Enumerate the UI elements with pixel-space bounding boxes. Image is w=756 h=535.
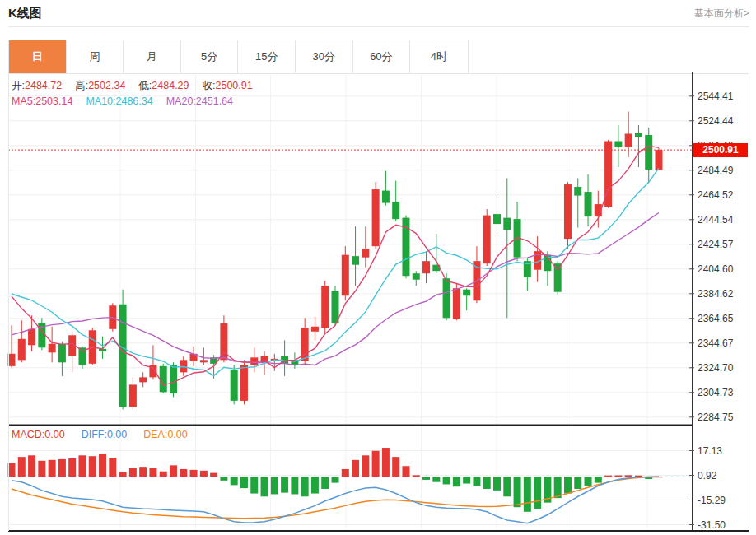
macd-tick-label: -15.29 xyxy=(698,495,726,506)
macd-row-dea: DEA:0.00 xyxy=(143,429,188,440)
candle-body xyxy=(585,192,592,216)
macd-bar xyxy=(68,458,76,477)
ma-row-ma20: MA20:2451.64 xyxy=(166,95,233,107)
macd-bar xyxy=(463,477,470,483)
macd-bar xyxy=(190,470,198,477)
candle-body xyxy=(645,135,652,170)
ma10-line xyxy=(12,168,659,375)
macd-bar xyxy=(413,475,420,477)
macd-bar xyxy=(18,457,26,477)
macd-bar xyxy=(220,477,227,481)
ma-row-ma10: MA10:2486.34 xyxy=(86,95,152,107)
macd-bar xyxy=(402,466,409,477)
price-tick-label: 2344.67 xyxy=(698,337,733,349)
macd-bar xyxy=(514,477,521,507)
macd-bar xyxy=(149,468,156,477)
macd-bar xyxy=(160,472,167,477)
candle-body xyxy=(352,256,359,265)
price-tick-label: 2424.57 xyxy=(698,239,733,250)
candle-body xyxy=(200,360,208,362)
macd-bar xyxy=(493,477,501,491)
macd-bar xyxy=(99,454,106,477)
macd-readout: MACD:0.00DIFF:0.00DEA:0.00 xyxy=(12,429,188,440)
ohlc-readout: 开:2484.72高:2502.34低:2484.29收:2500.91 xyxy=(12,79,253,93)
ohlc-row-open: 开:2484.72 xyxy=(12,79,62,93)
macd-bar xyxy=(291,477,298,494)
macd-bar xyxy=(271,477,278,494)
candle-body xyxy=(493,214,501,224)
macd-bar xyxy=(574,477,581,489)
candle-body xyxy=(483,216,491,264)
price-tick-label: 2384.62 xyxy=(698,288,733,300)
macd-bar xyxy=(382,448,390,477)
candle-body xyxy=(342,255,349,296)
macd-bar xyxy=(595,477,602,482)
candle-body xyxy=(614,141,622,147)
candle-body xyxy=(49,344,56,353)
macd-bar xyxy=(585,477,592,486)
macd-bar xyxy=(483,477,491,489)
ma5-line xyxy=(12,146,659,385)
macd-bar xyxy=(503,477,511,496)
macd-tick-label: 17.13 xyxy=(698,445,722,457)
candle-body xyxy=(413,273,420,280)
price-tick-label: 2444.54 xyxy=(698,214,733,226)
current-price-badge: 2500.91 xyxy=(693,143,748,157)
candle-body xyxy=(332,291,339,323)
candle-body xyxy=(231,370,238,401)
macd-bar xyxy=(281,477,288,492)
candle-body xyxy=(119,305,127,407)
macd-bar xyxy=(170,465,177,477)
macd-bar xyxy=(180,469,187,477)
macd-bar xyxy=(139,467,147,477)
candle-body xyxy=(372,189,380,246)
candle-body xyxy=(160,366,167,393)
macd-row-macd: MACD:0.00 xyxy=(12,429,65,440)
candle-body xyxy=(554,263,562,292)
candle-body xyxy=(28,329,35,346)
macd-bar xyxy=(392,457,399,477)
macd-bar xyxy=(301,477,309,496)
candle-body xyxy=(443,278,450,318)
candle-body xyxy=(392,202,399,219)
macd-bar xyxy=(422,477,430,480)
candle-body xyxy=(321,286,329,328)
price-tick-label: 2484.49 xyxy=(698,165,733,176)
candle-body xyxy=(422,261,430,273)
candle-body xyxy=(170,365,177,393)
candle-body xyxy=(564,184,572,239)
candle-body xyxy=(503,218,511,230)
price-tick-label: 2544.41 xyxy=(698,91,733,102)
macd-bar xyxy=(432,477,440,482)
macd-bar xyxy=(261,477,268,496)
macd-bar xyxy=(49,460,56,477)
candle-body xyxy=(58,344,66,363)
price-tick-label: 2404.60 xyxy=(698,263,733,275)
macd-row-diff: DIFF:0.00 xyxy=(82,429,128,440)
candle-body xyxy=(139,377,147,382)
price-tick-label: 2304.73 xyxy=(698,387,733,398)
ohlc-row-high: 高:2502.34 xyxy=(75,79,125,93)
macd-bar xyxy=(453,477,460,486)
macd-bar xyxy=(231,477,238,485)
ma-row-ma5: MA5:2503.14 xyxy=(12,95,72,107)
price-tick-label: 2284.75 xyxy=(698,412,733,423)
ohlc-row-close: 收:2500.91 xyxy=(203,79,253,93)
macd-bar xyxy=(200,471,208,477)
macd-bar xyxy=(311,477,319,493)
candle-body xyxy=(362,249,369,258)
macd-bar xyxy=(342,469,349,477)
candle-body xyxy=(18,339,26,361)
macd-bar xyxy=(78,455,86,477)
macd-bar xyxy=(38,461,45,477)
price-tick-label: 2324.70 xyxy=(698,362,733,374)
macd-bar xyxy=(332,477,339,482)
macd-tick-label: 0.92 xyxy=(698,470,716,482)
macd-bar xyxy=(604,476,612,477)
macd-bar xyxy=(58,459,66,477)
ma-readout: MA5:2503.14MA10:2486.34MA20:2451.64 xyxy=(12,95,233,107)
ohlc-row-low: 低:2484.29 xyxy=(138,79,189,93)
candle-body xyxy=(311,327,319,332)
macd-bar xyxy=(28,455,35,477)
candle-body xyxy=(463,290,470,296)
